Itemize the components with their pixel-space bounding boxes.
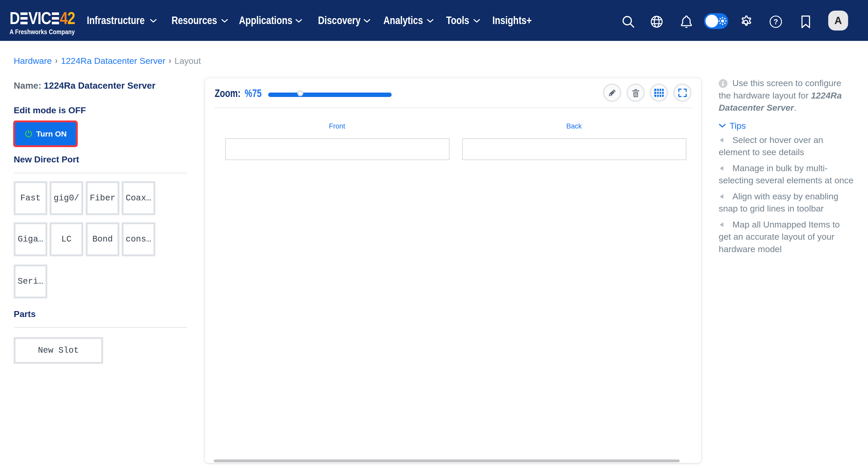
svg-text:?: ? [773,18,778,26]
